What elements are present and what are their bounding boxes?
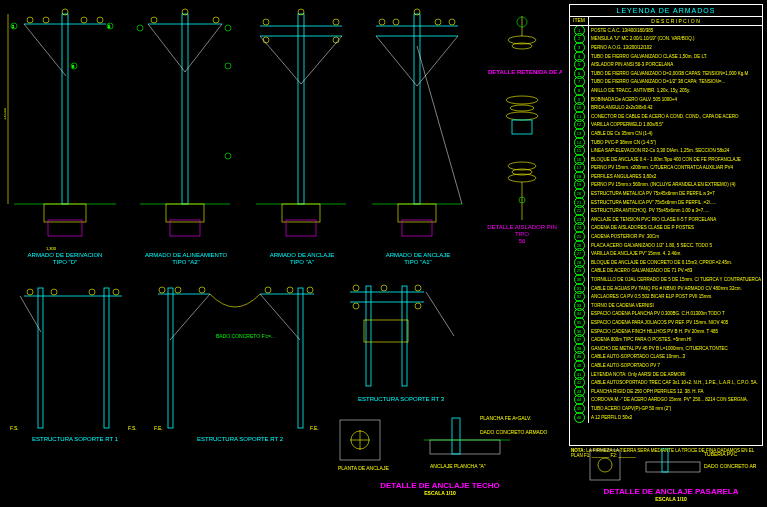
svg-point-24 — [213, 17, 219, 23]
legend-row: 39CABLE AUTO-SOPORTADO CLASE 10mm...3 — [570, 353, 762, 362]
svg-text:1: 1 — [12, 24, 15, 29]
legend-item-desc: CABLE AUTO-SOPORTADO CLASE 10mm...3 — [589, 354, 762, 359]
legend-row: 1POSTE C.A.C. 13/400/180/385 — [570, 26, 762, 35]
svg-point-66 — [506, 96, 538, 104]
legend-row: 37CADENA 800m TIPC PARA O POSTES. =5mm.H… — [570, 335, 762, 344]
svg-point-37 — [263, 19, 269, 25]
svg-rect-124 — [646, 462, 700, 472]
legend-item-desc: TORNILLLO DE OJAL CERRADO DE 5 DE 15mm. … — [589, 277, 762, 282]
svg-rect-15 — [44, 204, 86, 222]
svg-point-80 — [89, 289, 95, 295]
title-r1c3: ARMADO DE ANCLAJETIPO "A" — [246, 252, 358, 266]
legend-item-desc: CABLE DE Cu 35mm CN (1-4) — [589, 131, 762, 136]
svg-point-68 — [506, 112, 538, 120]
svg-point-3 — [43, 17, 49, 23]
title-anchor-walk: DETALLE DE ANCLAJE PASARELA ESCALA 1/10 — [576, 488, 766, 503]
legend-row: 15LINEA SAP-ELEVACION R2-Cu 3,30 DIAm. 1… — [570, 146, 762, 155]
legend-item-desc: POSTE C.A.C. 13/400/180/385 — [589, 28, 762, 33]
legend-item-desc: ESPACIO CADENA PARA JOLIACOS PV REF. PV … — [589, 320, 762, 325]
legend-item-desc: ESTRUCTURA METALICA PV" 75x5x6mm DE PERF… — [589, 200, 762, 205]
legend-item-desc: ESTRUCTURA ANTICHOQ. PV 75x45x6mm 1.00 a… — [589, 208, 762, 213]
title-r1c4: ARMADO DE ANCLAJETIPO "A1" — [362, 252, 474, 266]
legend-row: 35ESPACIO CADENA PARA JOLIACOS PV REF. P… — [570, 318, 762, 327]
legend-item-desc: PLACA ACERO GALVANIZADO 1/2" 1.80, 5 SEC… — [589, 243, 762, 248]
legend-item-desc: TORNO DE CADENA VERNISI — [589, 303, 762, 308]
svg-point-22 — [151, 17, 157, 23]
legend-item-desc: PLANCHA RIGID DE 250 OPH PERFILES 12. 38… — [589, 389, 762, 394]
svg-rect-58 — [398, 204, 436, 222]
legend-row: 18PERFILES ANGULARES 3,80x2 — [570, 172, 762, 181]
svg-line-26 — [185, 24, 222, 72]
legend-item-desc: CORDOVA M.-" DE ACERO AARDGO 15mm. PV" 2… — [589, 397, 762, 402]
legend-row: 24CADENA DE AISLADORES CLASE DE P POSTES — [570, 224, 762, 233]
legend-item-desc: PERNO PV 15mm.x 560mm. (INCLUYE ARANDELA… — [589, 182, 762, 187]
drawing-anchor-walk: TUBERIA PVC DADO CONCRETO ARMADO — [586, 448, 756, 488]
legend-row: 45TUBO ACERO CAPV(P)-GP 50 mm (2") — [570, 404, 762, 413]
svg-point-79 — [51, 289, 57, 295]
legend-row: 9BOBINADA De ACERO GALV. 505 1000+4 — [570, 95, 762, 104]
title-r1c5b: DETALLE AISLADOR PIN TIPO56 — [482, 224, 562, 245]
svg-text:F.S.: F.S. — [128, 425, 137, 431]
svg-point-107 — [353, 303, 359, 309]
legend-row: 14TUBO PVC-P 38mm CN (1-4.5") — [570, 138, 762, 147]
legend-item-desc: ANCLAORES CA PV 0.5 502 BICAR ELP POST P… — [589, 294, 762, 299]
svg-text:F.E.: F.E. — [154, 425, 163, 431]
legend-item-desc: CABLE DE ACERO GALVANIZADO DE 71 PV.=83 — [589, 268, 762, 273]
legend-head-item: ITEM — [570, 17, 589, 25]
legend-row: 46A 12 PERFIL D 50x2 — [570, 413, 762, 422]
svg-rect-28 — [166, 204, 204, 222]
svg-rect-46 — [286, 220, 316, 236]
svg-point-106 — [415, 285, 421, 291]
legend-row: 28BLOQUE DE ANCLAJE DE CONCRETO DE 0.15m… — [570, 258, 762, 267]
svg-line-43 — [301, 36, 342, 84]
legend-row: 23ANCLAJE DE TENSION PVC RIO CLASE II-5 … — [570, 215, 762, 224]
svg-point-5 — [97, 17, 103, 23]
svg-point-94 — [307, 287, 313, 293]
svg-point-40 — [333, 37, 339, 43]
legend-item-desc: CONECTOR DE CABLE DE ACERO A COND. COND.… — [589, 114, 762, 119]
legend-row: 17PERNO PV 15mm. x200mm. C/TUERCA CONTRA… — [570, 164, 762, 173]
legend-row: 7TUBO DE FIERRO GALVANIZADO D=1/2" 38 CA… — [570, 78, 762, 87]
svg-line-60 — [417, 46, 462, 204]
svg-point-108 — [415, 303, 421, 309]
legend-item-desc: AISLADOR PIN ANSI 56-3 PORCELANA — [589, 62, 762, 67]
svg-point-31 — [225, 25, 231, 31]
svg-rect-29 — [170, 220, 200, 236]
legend-item-desc: VARILLA DE ANCLAJE PV" 15mm. 4. 2.46m. — [589, 251, 762, 256]
legend-title: LEYENDA DE ARMADOS — [570, 5, 762, 17]
svg-text:ANCLAJE PLANCHA "A": ANCLAJE PLANCHA "A" — [430, 463, 486, 469]
svg-point-33 — [225, 153, 231, 159]
legend-row: 40CABLE AUTO-SOPORTADO PV 7 — [570, 361, 762, 370]
svg-point-78 — [27, 289, 33, 295]
svg-line-95 — [170, 294, 210, 340]
svg-rect-116 — [430, 440, 500, 454]
svg-rect-76 — [104, 288, 109, 428]
legend-row: 44CORDOVA M.-" DE ACERO AARDGO 15mm. PV"… — [570, 396, 762, 405]
legend-item-desc: TUBO DE FIERRO GALVANIZADO D=2,00/38 CAP… — [589, 71, 762, 76]
legend-item-num: 46 — [570, 412, 589, 423]
svg-rect-34 — [298, 14, 304, 204]
drawing-r2c2: BADO CONCRETO F'c=... F.E. F.E. — [150, 280, 330, 435]
legend-row: 12VARILLA COPPERWELD 1.80x/8.5" — [570, 121, 762, 130]
legend-item-desc: PERNO A.O.G. 13/200/12/102 — [589, 45, 762, 50]
svg-point-81 — [113, 289, 119, 295]
legend-row: 19PERNO PV 15mm.x 560mm. (INCLUYE ARANDE… — [570, 181, 762, 190]
svg-point-92 — [265, 287, 271, 293]
title-r1c2: ARMADO DE ALINEAMIENTOTIPO "A2" — [130, 252, 242, 266]
legend-panel: LEYENDA DE ARMADOS ITEM D E S C R I P C … — [569, 4, 763, 446]
legend-row: 26PLACA ACERO GALVANIZADO 1/2" 1.80, 5 S… — [570, 241, 762, 250]
legend-item-desc: ANILLO DE TRACC. ANTIVIBR. 1,20x, 15y, 2… — [589, 88, 762, 93]
svg-point-38 — [333, 19, 339, 25]
legend-row: 8ANILLO DE TRACC. ANTIVIBR. 1,20x, 15y, … — [570, 86, 762, 95]
svg-rect-101 — [402, 286, 407, 386]
legend-head-desc: D E S C R I P C I O N — [589, 17, 762, 25]
legend-item-desc: BRIDA ANGULO 2x2x3/8x0.42 — [589, 105, 762, 110]
svg-point-52 — [435, 19, 441, 25]
legend-row: 10BRIDA ANGULO 2x2x3/8x0.42 — [570, 103, 762, 112]
legend-item-desc: ESTRUCTURA METALICA PV 75x45x6mm DE PERF… — [589, 191, 762, 196]
legend-row: 33TORNO DE CADENA VERNISI — [570, 301, 762, 310]
svg-rect-125 — [662, 448, 668, 472]
legend-item-desc: PERNO PV 15mm. x200mm. C/TUERCA CONTRATC… — [589, 165, 762, 170]
drawing-r2c1: F.S. F.S. — [6, 280, 144, 435]
svg-line-56 — [417, 36, 458, 86]
